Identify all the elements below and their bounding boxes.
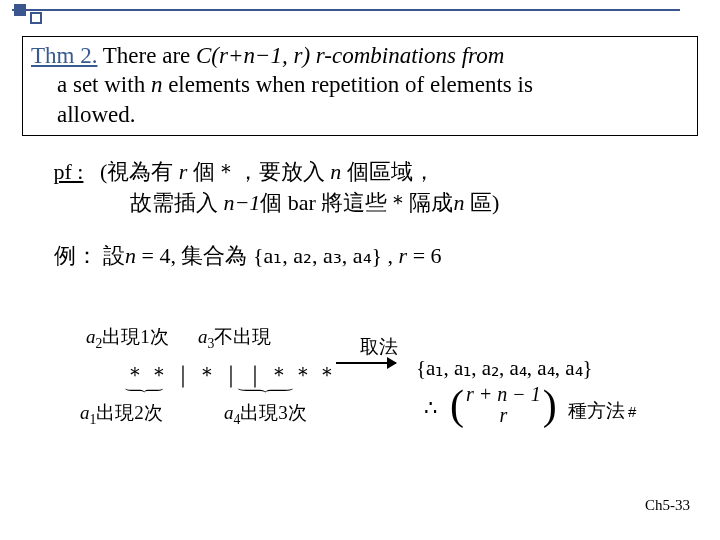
theorem-line-2: a set with n elements when repetition of… <box>31 70 689 99</box>
example-set: {a₁, a₂, a₃, a₄} <box>253 243 382 268</box>
theorem-label: Thm 2. <box>31 43 97 68</box>
example-eq4: = 4, 集合為 <box>136 243 253 268</box>
example-setn: 設 <box>103 243 125 268</box>
a4-label-a: a <box>224 402 234 423</box>
example-eq6: = 6 <box>407 243 441 268</box>
proof-1b: 個＊，要放入 <box>187 159 330 184</box>
a4-note: a4出現3次 <box>224 400 307 426</box>
proof-1c: 個區域， <box>341 159 435 184</box>
a2-note-text: 出現1次 <box>102 326 169 347</box>
right-paren: ) <box>543 384 557 426</box>
theorem-text-3: allowed. <box>57 102 136 127</box>
deco-square-filled <box>14 4 26 16</box>
example-line: 例： 設n = 4, 集合為 {a₁, a₂, a₃, a₄} , r = 6 <box>22 240 698 271</box>
theorem-text-1b: r-combinations from <box>316 43 504 68</box>
arrow-icon <box>336 362 396 364</box>
example-r: r <box>399 243 408 268</box>
proof-1a: (視為有 <box>100 159 179 184</box>
deco-square-outline <box>30 12 42 24</box>
theorem-text-2a: a set with <box>57 72 151 97</box>
example-comma: , <box>382 243 399 268</box>
theorem-text-1a: There are <box>103 43 196 68</box>
proof-n: n <box>330 159 341 184</box>
theorem-box: Thm 2. There are C(r+n−1, r) r-combinati… <box>22 36 698 136</box>
proof-line-1: pf : (視為有 r 個＊，要放入 n 個區域， <box>22 156 698 187</box>
left-paren: ( <box>450 384 464 426</box>
theorem-line-3: allowed. <box>31 100 689 129</box>
ways-text: 種方法 <box>568 400 625 421</box>
binomial-expression: ( r + n − 1 r ) <box>450 384 557 426</box>
a2-label-a: a <box>86 326 96 347</box>
therefore-symbol: ∴ <box>424 396 437 421</box>
deco-line <box>12 9 680 11</box>
body-area: pf : (視為有 r 個＊，要放入 n 個區域， 故需插入 n−1個 bar … <box>22 156 698 272</box>
a4-note-text: 出現3次 <box>240 402 307 423</box>
proof-nm1: n−1 <box>224 190 261 215</box>
a1-note-text: 出現2次 <box>96 402 163 423</box>
binom-bot: r <box>499 405 507 426</box>
theorem-line-1: Thm 2. There are C(r+n−1, r) r-combinati… <box>31 41 689 70</box>
ways-label: 種方法# <box>568 398 636 424</box>
result-set: {a₁, a₁, a₂, a₄, a₄, a₄} <box>416 356 593 381</box>
a3-note: a3不出現 <box>198 324 271 350</box>
theorem-n: n <box>151 72 163 97</box>
theorem-formula: C(r+n−1, r) <box>196 43 310 68</box>
binomial-inner: r + n − 1 r <box>464 384 543 426</box>
slide-top-decoration <box>0 0 720 24</box>
proof-2b: 個 bar 將這些＊隔成 <box>260 190 453 215</box>
proof-n2: n <box>453 190 464 215</box>
hash-mark: # <box>628 403 636 420</box>
a3-note-text: 不出現 <box>214 326 271 347</box>
binom-top: r + n − 1 <box>466 384 541 405</box>
a3-label-a: a <box>198 326 208 347</box>
proof-2c: 區) <box>464 190 499 215</box>
a1-note: a1出現2次 <box>80 400 163 426</box>
proof-line-2: 故需插入 n−1個 bar 將這些＊隔成n 區) <box>22 187 698 218</box>
example-label: 例： <box>54 243 98 268</box>
proof-2a: 故需插入 <box>130 190 224 215</box>
example-n: n <box>125 243 136 268</box>
proof-label: pf : <box>54 159 84 184</box>
theorem-text-2b: elements when repetition of elements is <box>162 72 532 97</box>
a1-label-a: a <box>80 402 90 423</box>
page-number: Ch5-33 <box>645 497 690 514</box>
a2-note: a2出現1次 <box>86 324 169 350</box>
